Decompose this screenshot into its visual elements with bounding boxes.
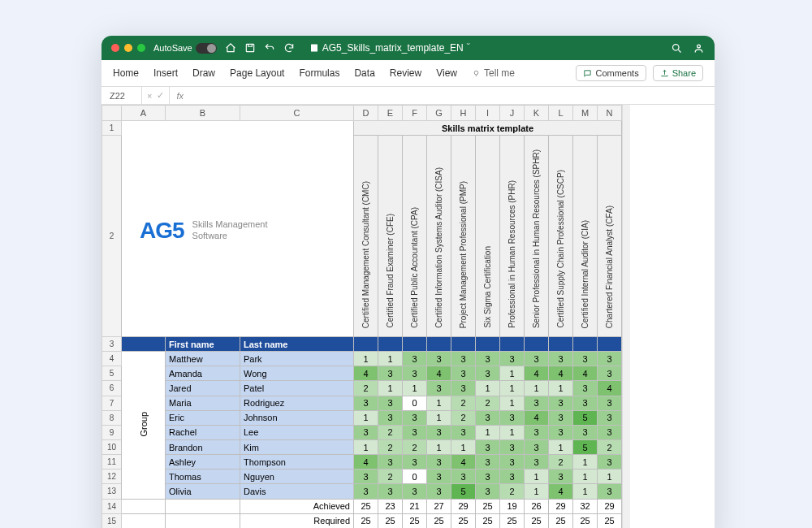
col-header[interactable]: C [240, 106, 354, 121]
summary-value[interactable]: 29 [451, 499, 476, 513]
score-cell[interactable]: 3 [476, 439, 500, 454]
score-cell[interactable]: 3 [451, 366, 476, 381]
score-cell[interactable]: 1 [476, 425, 500, 439]
score-cell[interactable]: 3 [525, 352, 549, 366]
summary-value[interactable]: 27 [427, 499, 451, 513]
row-header[interactable]: 1 [102, 121, 122, 136]
score-cell[interactable]: 5 [573, 410, 598, 425]
score-cell[interactable]: 5 [573, 439, 598, 454]
last-name-cell[interactable]: Park [240, 352, 354, 366]
col-header[interactable]: A [122, 106, 166, 121]
row-header[interactable]: 5 [102, 366, 122, 381]
summary-value[interactable]: 25 [598, 513, 622, 528]
row-header[interactable]: 15 [102, 513, 122, 528]
score-cell[interactable]: 3 [403, 425, 427, 439]
score-cell[interactable]: 3 [525, 425, 549, 439]
summary-value[interactable]: 25 [525, 513, 549, 528]
score-cell[interactable]: 1 [378, 381, 403, 396]
score-cell[interactable]: 3 [403, 410, 427, 425]
score-cell[interactable]: 1 [500, 381, 525, 396]
score-cell[interactable]: 4 [573, 366, 598, 381]
score-cell[interactable]: 3 [451, 381, 476, 396]
score-cell[interactable]: 1 [573, 455, 598, 470]
score-cell[interactable]: 3 [476, 484, 500, 499]
summary-value[interactable]: 25 [500, 513, 525, 528]
tab-home[interactable]: Home [113, 67, 139, 79]
summary-value[interactable]: 25 [451, 513, 476, 528]
score-cell[interactable]: 3 [427, 470, 451, 484]
filename[interactable]: AG5_Skills_matrix_template_EN ˇ [309, 42, 663, 54]
score-cell[interactable]: 3 [525, 455, 549, 470]
col-header[interactable]: F [403, 106, 427, 121]
first-name-cell[interactable]: Rachel [166, 425, 240, 439]
col-header[interactable]: D [354, 106, 378, 121]
score-cell[interactable]: 4 [354, 366, 378, 381]
summary-value[interactable]: 21 [403, 499, 427, 513]
score-cell[interactable]: 2 [476, 396, 500, 410]
score-cell[interactable]: 3 [451, 425, 476, 439]
row-header[interactable]: 8 [102, 410, 122, 425]
score-cell[interactable]: 1 [500, 425, 525, 439]
first-name-cell[interactable]: Amanda [166, 366, 240, 381]
score-cell[interactable]: 4 [549, 366, 573, 381]
score-cell[interactable]: 4 [549, 484, 573, 499]
score-cell[interactable]: 3 [354, 470, 378, 484]
first-name-cell[interactable]: Matthew [166, 352, 240, 366]
score-cell[interactable]: 1 [354, 439, 378, 454]
score-cell[interactable]: 3 [598, 352, 622, 366]
summary-value[interactable]: 25 [573, 513, 598, 528]
toggle-icon[interactable] [196, 43, 217, 54]
last-name-cell[interactable]: Rodriguez [240, 396, 354, 410]
score-cell[interactable]: 2 [378, 425, 403, 439]
summary-value[interactable]: 25 [354, 513, 378, 528]
home-icon[interactable] [225, 42, 236, 54]
score-cell[interactable]: 1 [573, 484, 598, 499]
score-cell[interactable]: 3 [476, 470, 500, 484]
chevron-down-icon[interactable]: ˇ [467, 42, 470, 54]
score-cell[interactable]: 3 [403, 366, 427, 381]
share-button[interactable]: Share [653, 65, 703, 81]
score-cell[interactable]: 1 [427, 439, 451, 454]
col-header[interactable]: I [476, 106, 500, 121]
score-cell[interactable]: 1 [500, 366, 525, 381]
score-cell[interactable]: 0 [403, 470, 427, 484]
last-name-cell[interactable]: Nguyen [240, 470, 354, 484]
col-header[interactable]: J [500, 106, 525, 121]
score-cell[interactable]: 3 [476, 455, 500, 470]
row-header[interactable]: 13 [102, 484, 122, 499]
score-cell[interactable]: 2 [500, 484, 525, 499]
confirm-icon[interactable]: ✓ [157, 90, 164, 101]
score-cell[interactable]: 3 [500, 439, 525, 454]
row-header[interactable]: 10 [102, 439, 122, 454]
score-cell[interactable]: 3 [378, 455, 403, 470]
redo-icon[interactable] [283, 42, 295, 54]
score-cell[interactable]: 2 [451, 410, 476, 425]
score-cell[interactable]: 2 [354, 381, 378, 396]
row-header[interactable]: 6 [102, 381, 122, 396]
score-cell[interactable]: 1 [354, 410, 378, 425]
summary-value[interactable]: 25 [549, 513, 573, 528]
summary-value[interactable]: 25 [403, 513, 427, 528]
summary-value[interactable]: 29 [598, 499, 622, 513]
score-cell[interactable]: 4 [598, 381, 622, 396]
summary-value[interactable]: 19 [500, 499, 525, 513]
score-cell[interactable]: 1 [354, 352, 378, 366]
score-cell[interactable]: 3 [598, 396, 622, 410]
summary-value[interactable]: 23 [378, 499, 403, 513]
score-cell[interactable]: 2 [598, 439, 622, 454]
score-cell[interactable]: 1 [476, 381, 500, 396]
score-cell[interactable]: 1 [549, 381, 573, 396]
last-name-cell[interactable]: Wong [240, 366, 354, 381]
score-cell[interactable]: 1 [598, 470, 622, 484]
score-cell[interactable]: 3 [354, 484, 378, 499]
score-cell[interactable]: 2 [451, 396, 476, 410]
first-name-cell[interactable]: Thomas [166, 470, 240, 484]
spreadsheet[interactable]: ABCDEFGHIJKLMN1 AG5 Skills ManagementSof… [102, 105, 715, 528]
row-header[interactable]: 9 [102, 425, 122, 439]
summary-value[interactable]: 32 [573, 499, 598, 513]
score-cell[interactable]: 1 [525, 470, 549, 484]
first-name-cell[interactable]: Olivia [166, 484, 240, 499]
grid[interactable]: ABCDEFGHIJKLMN1 AG5 Skills ManagementSof… [102, 105, 622, 528]
fx-label[interactable]: fx [170, 91, 190, 101]
score-cell[interactable]: 1 [403, 381, 427, 396]
